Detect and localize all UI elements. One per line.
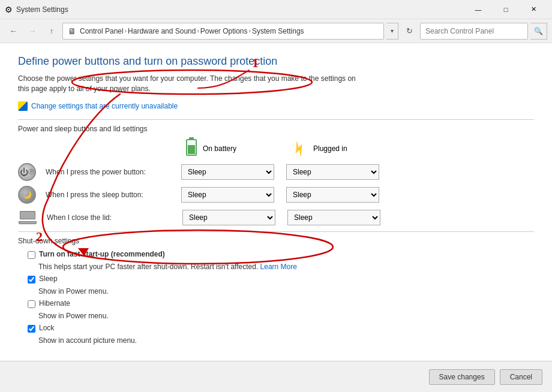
sleep-button-icon: 🌙	[18, 186, 36, 204]
page-title: Define power buttons and turn on passwor…	[18, 55, 534, 68]
hibernate-label[interactable]: Hibernate	[39, 299, 70, 307]
lid-icon	[18, 209, 37, 227]
change-settings-link[interactable]: Change settings that are currently unava…	[18, 101, 534, 111]
plugged-column-header: ⚡ Plugged in	[291, 139, 384, 158]
section-divider-2	[18, 231, 534, 232]
sleep-label[interactable]: Sleep	[39, 275, 58, 283]
bottom-bar: Save changes Cancel	[0, 361, 552, 392]
lid-battery-select[interactable]: Sleep Do nothing Hibernate Shut down	[182, 210, 275, 225]
power-button-icon: ⏻	[18, 163, 36, 181]
back-button[interactable]: ←	[5, 23, 22, 40]
page-description: Choose the power settings that you want …	[18, 74, 366, 94]
titlebar-title: System Settings	[16, 5, 464, 14]
lock-row: Lock	[28, 324, 534, 333]
power-button-dropdowns: Sleep Do nothing Hibernate Shut down Sle…	[181, 164, 379, 180]
lock-checkbox[interactable]	[28, 325, 35, 333]
shutdown-section: Shut-down settings Turn on fast start-up…	[18, 237, 534, 345]
search-button[interactable]: 🔍	[530, 23, 547, 40]
breadcrumb-dropdown-button[interactable]: ▾	[386, 23, 398, 40]
grid-header: On battery ⚡ Plugged in	[186, 139, 534, 158]
main-content: 1 2 Define power buttons and turn on pas…	[0, 43, 552, 392]
breadcrumb-system-settings: System Settings	[252, 27, 304, 35]
fast-startup-description: This helps start your PC faster after sh…	[38, 263, 534, 271]
breadcrumb-bar: 🖥 Control Panel › Hardware and Sound › P…	[62, 23, 384, 40]
sleep-button-battery-select[interactable]: Sleep Do nothing Hibernate Shut down	[181, 187, 274, 203]
lid-close-label: When I close the lid:	[47, 213, 173, 222]
breadcrumb-control-panel[interactable]: Control Panel	[80, 27, 124, 35]
breadcrumb-power-options[interactable]: Power Options	[200, 27, 248, 35]
maximize-button[interactable]: □	[492, 0, 520, 19]
addressbar: ← → ↑ 🖥 Control Panel › Hardware and Sou…	[0, 19, 552, 43]
sleep-button-dropdowns: Sleep Do nothing Hibernate Shut down Sle…	[181, 187, 379, 203]
lid-close-row: When I close the lid: Sleep Do nothing H…	[18, 209, 534, 227]
forward-button[interactable]: →	[24, 23, 41, 40]
up-button[interactable]: ↑	[43, 23, 60, 40]
learn-more-link[interactable]: Learn More	[260, 263, 297, 271]
power-button-plugged-select[interactable]: Sleep Do nothing Hibernate Shut down	[286, 164, 379, 180]
content-area: 1 2 Define power buttons and turn on pas…	[0, 43, 552, 361]
fast-startup-checkbox[interactable]	[28, 251, 35, 259]
titlebar: ⚙ System Settings — □ ✕	[0, 0, 552, 19]
lock-label[interactable]: Lock	[39, 324, 54, 332]
titlebar-controls: — □ ✕	[464, 0, 547, 19]
power-button-label: When I press the power button:	[46, 168, 172, 176]
section1-label: Power and sleep buttons and lid settings	[18, 125, 534, 133]
sleep-row: Sleep	[28, 275, 534, 284]
power-button-battery-select[interactable]: Sleep Do nothing Hibernate Shut down	[181, 164, 274, 180]
fast-startup-label[interactable]: Turn on fast start-up (recommended)	[39, 250, 165, 258]
battery-icon	[186, 139, 197, 156]
hibernate-checkbox[interactable]	[28, 300, 35, 308]
hibernate-description: Show in Power menu.	[38, 312, 534, 320]
sleep-button-plugged-select[interactable]: Sleep Do nothing Hibernate Shut down	[286, 187, 379, 203]
sleep-checkbox[interactable]	[28, 276, 35, 284]
power-button-row: ⏻ When I press the power button: Sleep D…	[18, 163, 534, 181]
shutdown-label: Shut-down settings	[18, 237, 534, 245]
app-icon: ⚙	[5, 5, 13, 14]
sleep-button-row: 🌙 When I press the sleep button: Sleep D…	[18, 186, 534, 204]
close-button[interactable]: ✕	[520, 0, 547, 19]
lid-plugged-select[interactable]: Sleep Do nothing Hibernate Shut down	[287, 210, 380, 225]
search-input[interactable]	[420, 23, 528, 40]
sleep-description: Show in Power menu.	[38, 287, 534, 295]
breadcrumb-icon: 🖥	[68, 26, 76, 36]
battery-column-header: On battery	[186, 139, 279, 158]
fast-startup-row: Turn on fast start-up (recommended)	[28, 250, 534, 259]
minimize-button[interactable]: —	[464, 0, 492, 19]
lock-description: Show in account picture menu.	[38, 336, 534, 345]
cancel-button[interactable]: Cancel	[500, 369, 542, 385]
sleep-button-label: When I press the sleep button:	[46, 191, 172, 199]
plug-icon: ⚡	[288, 138, 309, 159]
lid-close-dropdowns: Sleep Do nothing Hibernate Shut down Sle…	[182, 210, 380, 225]
breadcrumb-hardware-sound[interactable]: Hardware and Sound	[128, 27, 196, 35]
shield-icon	[18, 101, 28, 111]
section-divider-1	[18, 119, 534, 120]
save-changes-button[interactable]: Save changes	[429, 369, 495, 385]
hibernate-row: Hibernate	[28, 299, 534, 308]
refresh-button[interactable]: ↻	[401, 23, 418, 40]
